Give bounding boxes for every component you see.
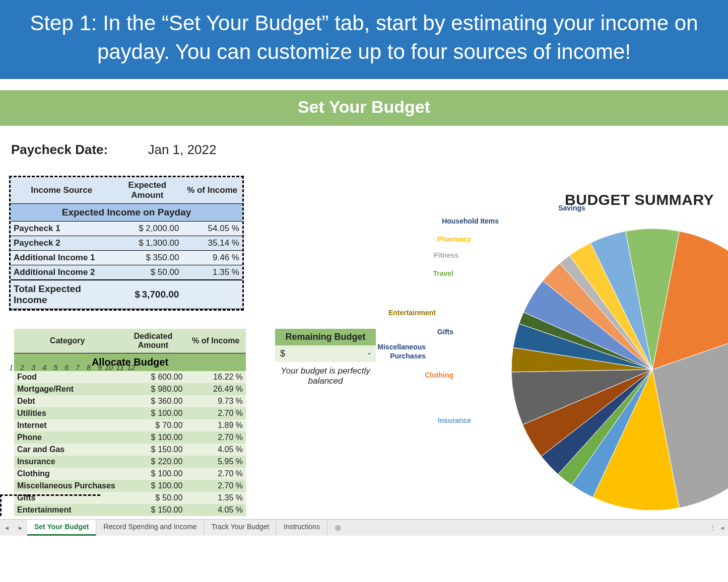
row-number: 11 (115, 362, 126, 373)
income-h-amount: Expected Amount (112, 177, 182, 204)
pie-label: Insurance (438, 416, 471, 424)
row-number: 2 (15, 362, 26, 373)
instruction-banner: Step 1: In the “Set Your Budget” tab, st… (0, 0, 728, 79)
alloc-row[interactable]: Entertainment$150.004.05 % (14, 504, 246, 516)
tab-instructions[interactable]: Instructions (277, 520, 327, 536)
row-number: 10 (104, 362, 115, 373)
income-total-label: Total Expected Income (11, 280, 112, 309)
row-number: 7 (71, 362, 82, 373)
new-sheet-button[interactable]: ⊕ (327, 523, 348, 533)
pie-label: Purchases (390, 352, 426, 360)
row-number: 1 (4, 362, 15, 373)
row-number: 5 (48, 362, 59, 373)
remaining-budget-panel: Remaining Budget $ - Your budget is perf… (275, 329, 376, 390)
pie-label: Travel (433, 269, 453, 277)
tab-track-your-budget[interactable]: Track Your Budget (205, 520, 277, 536)
alloc-row[interactable]: Clothing$100.002.70 % (14, 468, 246, 480)
row-number: 8 (82, 362, 93, 373)
alloc-row[interactable]: Utilities$100.002.70 % (14, 407, 246, 419)
alloc-h-pct: % of Income (185, 329, 246, 353)
row-number: 9 (93, 362, 104, 373)
pie-label: Fitness (434, 251, 458, 259)
alloc-row[interactable]: Debt$360.009.73 % (14, 395, 246, 407)
income-row[interactable]: Paycheck 2$1,300.0035.14 % (11, 236, 242, 251)
alloc-row[interactable]: Insurance$220.005.95 % (14, 456, 246, 468)
horizontal-scroll[interactable]: ⋮ ◂ (709, 524, 728, 532)
alloc-row[interactable]: Gifts$50.001.35 % (14, 492, 246, 504)
pie-label: Savings (558, 204, 585, 212)
remaining-title: Remaining Budget (275, 329, 376, 345)
row-number: 6 (59, 362, 71, 373)
paycheck-date-label: Paycheck Date: (11, 142, 108, 157)
row-number: 4 (37, 362, 48, 373)
paycheck-date-value[interactable]: Jan 1, 2022 (148, 142, 216, 157)
income-h-pct: % of Income (182, 177, 242, 204)
income-table-highlight: Expected Income on Payday Income Source … (9, 176, 244, 311)
sheet-tabs: ◂ ▸ Set Your BudgetRecord Spending and I… (0, 519, 728, 536)
pie-label: Pharmacy (437, 235, 471, 243)
income-total-amt: $3,700.00 (112, 280, 182, 309)
pie-label: Clothing (425, 371, 453, 379)
pie-label: Household Items (442, 217, 499, 225)
row-number: 12 (126, 362, 137, 373)
alloc-h-cat: Category (14, 329, 121, 353)
alloc-row[interactable]: Mortgage/Rent$980.0026.49 % (14, 383, 246, 395)
budget-summary-chart: BUDGET SUMMARY SavingsHousehold ItemsPha… (416, 191, 728, 497)
remaining-value: $ - (275, 345, 376, 362)
income-table: Expected Income on Payday Income Source … (11, 177, 242, 309)
alloc-h-amt: Dedicated Amount (121, 329, 186, 353)
pie-label: Miscellaneous (377, 343, 426, 351)
alloc-row[interactable]: Phone$100.002.70 % (14, 431, 246, 444)
allocate-table: Allocate Budget Category Dedicated Amoun… (14, 329, 246, 516)
alloc-row[interactable]: Miscellaneous Purchases$100.002.70 % (14, 480, 246, 492)
row-number: 3 (26, 362, 37, 373)
alloc-row[interactable]: Car and Gas$150.004.05 % (14, 444, 246, 456)
income-title: Expected Income on Payday (11, 204, 242, 222)
paycheck-date-row: Paycheck Date: Jan 1, 2022 (11, 142, 719, 158)
pie-label: Gifts (437, 328, 453, 336)
page-title: Set Your Budget (0, 90, 728, 126)
income-row[interactable]: Additional Income 2$50.001.35 % (11, 265, 242, 280)
income-h-source: Income Source (11, 177, 112, 204)
tab-set-your-budget[interactable]: Set Your Budget (27, 520, 96, 536)
remaining-msg: Your budget is perfectly balanced (275, 362, 376, 390)
income-row[interactable]: Paycheck 1$2,000.0054.05 % (11, 222, 242, 236)
alloc-row[interactable]: Internet$70.001.89 % (14, 419, 246, 431)
income-row[interactable]: Additional Income 1$350.009.46 % (11, 251, 242, 265)
tabs-scroll-right[interactable]: ▸ (14, 524, 27, 532)
pie-label: Entertainment (388, 309, 436, 317)
tabs-scroll-left[interactable]: ◂ (0, 524, 14, 532)
tab-record-spending-and-income[interactable]: Record Spending and Income (96, 520, 204, 536)
